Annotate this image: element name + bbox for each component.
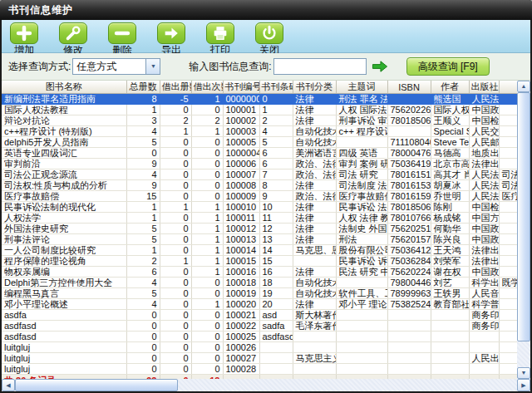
table-cell: 4 <box>259 126 293 137</box>
edit-button[interactable]: 修改 <box>57 22 89 55</box>
column-header[interactable]: 书刊分类 <box>293 81 336 94</box>
table-row[interactable]: asdfa000100021asd斯大林著作商务印书馆 <box>2 310 517 321</box>
table-cell: 100021 <box>223 310 259 321</box>
column-header[interactable]: 借出册数 <box>160 81 191 94</box>
table-row[interactable]: 编程黑马真言50010001919自动化技术、软件工具、工具7899996309… <box>2 288 517 299</box>
add-button[interactable]: 增加 <box>8 22 40 55</box>
table-row[interactable]: 司法公正观念源流4001000077政治、法律司法 研究7801615115高其… <box>2 169 517 180</box>
scroll-right-icon[interactable]: ▶ <box>517 379 530 391</box>
table-cell: 12 <box>259 224 293 234</box>
column-header[interactable]: 书刊编号 <box>223 81 259 94</box>
column-header[interactable]: ISBN <box>387 81 431 94</box>
table-cell <box>499 148 517 159</box>
table-cell: 1 <box>191 94 223 105</box>
table-cell: 100018 <box>223 278 259 288</box>
title-bar[interactable]: 书刊信息维护 <box>0 0 532 20</box>
close-button[interactable]: 关闭 <box>254 22 285 55</box>
vertical-scroll-thumb[interactable] <box>517 92 530 341</box>
table-cell: 中国政法大学 <box>469 234 499 245</box>
table-cell <box>336 137 387 148</box>
table-row[interactable]: 辩论对抗论3221000022法律刑事诉讼 审理780185067X王顺义中国检… <box>2 115 517 126</box>
column-header[interactable] <box>499 81 517 94</box>
delete-button[interactable]: 删除 <box>106 22 138 55</box>
table-cell: 0 <box>160 159 191 169</box>
table-cell: 1 <box>160 202 191 213</box>
table-cell: 100009 <box>223 191 259 202</box>
table-cell <box>387 364 431 375</box>
scroll-left-icon[interactable]: ◀ <box>2 379 15 391</box>
column-header[interactable]: 书刊条码 <box>259 81 293 94</box>
print-button[interactable]: 打印 <box>204 22 236 55</box>
column-header[interactable]: 出版社 <box>469 81 499 94</box>
table-cell: asdfasd <box>2 321 126 332</box>
table-row[interactable]: 一人公司制度比较研究10110001414马克思、恩股份有限公司75036412… <box>2 245 517 256</box>
table-cell: 15 <box>126 191 160 202</box>
table-row[interactable]: asdfasd000100025asdfasd <box>2 332 517 342</box>
table-cell: 0 <box>191 159 223 169</box>
table-cell: 审判 案例 研究 <box>336 159 387 169</box>
table-cell: 0 <box>160 299 191 310</box>
table-row[interactable]: 医疗事故赔偿15001000099政治、法律医疗事故赔偿7801615980乔世… <box>2 191 517 202</box>
table-row[interactable]: Delphi第三方控件使用大全40010001818自动化技术、79800446… <box>2 278 517 288</box>
table-cell: 780185067X <box>387 115 431 126</box>
table-cell <box>499 310 517 321</box>
table-row[interactable]: asdfasd000100022sadfa毛泽东著作商务印书馆 <box>2 321 517 332</box>
table-row[interactable]: 刑事法评论50110001313法律刑法7562015740陈兴良中国政法大学 <box>2 234 517 245</box>
table-row[interactable]: luitgluj000100027马克思主义、人民出版社 <box>2 353 517 364</box>
table-cell: sadfa <box>259 321 293 332</box>
table-cell: 陈刚 <box>431 202 469 213</box>
table-cell: 法律 <box>293 115 336 126</box>
table-row[interactable]: 英语专业四级词汇00010000046美洲诸语言四级 英语7800047601马… <box>2 148 517 159</box>
table-cell <box>259 342 293 353</box>
table-cell: 斯大林著作 <box>293 310 336 321</box>
table-row[interactable]: 审判前沿9001000066政治、法律审判 案例 研究7503641975北京市… <box>2 159 517 169</box>
table-cell: 美洲诸语言 <box>293 148 336 159</box>
column-header[interactable]: 主题词 <box>336 81 387 94</box>
table-cell: 王轶男 <box>431 288 469 299</box>
table-cell: 7562022410 <box>387 267 431 278</box>
table-cell: 人权法学 <box>2 213 126 224</box>
advanced-query-button[interactable]: 高级查询 [F9] <box>406 57 490 76</box>
table-cell: 法律 <box>293 234 336 245</box>
table-row[interactable]: 民事诉讼法制的现代化11110001010法律民事诉讼 法律7801850610… <box>2 202 517 213</box>
table-cell: 人权 法律 教材 <box>336 213 387 224</box>
column-header[interactable]: 图书名称 <box>2 81 126 94</box>
horizontal-scrollbar[interactable]: ◀ ▶ <box>2 379 530 391</box>
column-header[interactable]: 作者 <box>431 81 469 94</box>
table-row[interactable]: 人权法学10110001111法律人权 法律 教材7801076613杨成铭中国… <box>2 213 517 224</box>
table-cell: 政治、法律 <box>293 191 336 202</box>
table-cell: 5 <box>126 234 160 245</box>
table-row[interactable]: 外国法律史研究50110001212法律法制史 外国 教7562025118何勤… <box>2 224 517 234</box>
table-cell: 何勤华 <box>431 224 469 234</box>
table-cell: 0 <box>126 342 160 353</box>
table-cell <box>336 332 387 342</box>
column-header[interactable]: 借出次数 <box>191 81 223 94</box>
table-cell: 100008 <box>223 180 259 191</box>
column-header[interactable]: 总册数 <box>126 81 160 94</box>
table-row[interactable]: luitgluj000100026 <box>2 342 517 353</box>
scroll-up-icon[interactable]: ▲ <box>517 81 530 92</box>
table-row[interactable]: 新编刑法罪名适用指南8-510000000000法律刑法 罪名 法律熊选国人民法… <box>2 94 517 105</box>
table-row[interactable]: 物权亲属编60110001616法律民法 研究 中国7562022410谢在权中… <box>2 267 517 278</box>
search-input[interactable] <box>273 58 367 75</box>
table-cell: 英语专业四级词汇 <box>2 148 126 159</box>
table-cell: 毛泽东著作 <box>293 321 336 332</box>
table-row[interactable]: c++程序设计 (特别版)4111000034自动化技术、c++ 程序设计 语S… <box>2 126 517 137</box>
table-row[interactable]: 司法权:性质与构成的分析9001000088法律司法制度 法论780161536… <box>2 180 517 191</box>
table-row[interactable]: 程序保障的理论视角21110001515民事诉讼 诉讼7503628480刘荣军… <box>2 256 517 267</box>
scroll-down-icon[interactable]: ▼ <box>517 367 530 379</box>
query-mode-select[interactable]: 任意方式 ▼ <box>72 58 160 75</box>
chevron-down-icon[interactable]: ▼ <box>145 59 160 74</box>
table-row[interactable]: 国际人权法教程1001000011法律人权 国际法 教7562022631国际人… <box>2 105 517 115</box>
export-button[interactable]: 导出 <box>155 22 187 55</box>
vertical-scrollbar[interactable]: ▲ ▼ <box>517 81 530 379</box>
table-cell: 股份有限公司 <box>336 245 387 256</box>
table-row[interactable]: luitgluj000100028 <box>2 364 517 375</box>
horizontal-scroll-thumb[interactable] <box>15 379 178 391</box>
table-row[interactable]: 邓小平理论概述40110002020法律邓小平 理论 思7538252479教育… <box>2 299 517 310</box>
table-cell: 法律出版社 <box>469 159 499 169</box>
table-cell: 5 <box>259 137 293 148</box>
table-cell: 高其才 肖建 <box>431 169 469 180</box>
table-cell: 13 <box>259 234 293 245</box>
table-row[interactable]: delphi5开发人员指南5001000055自动化技术、7111080406S… <box>2 137 517 148</box>
